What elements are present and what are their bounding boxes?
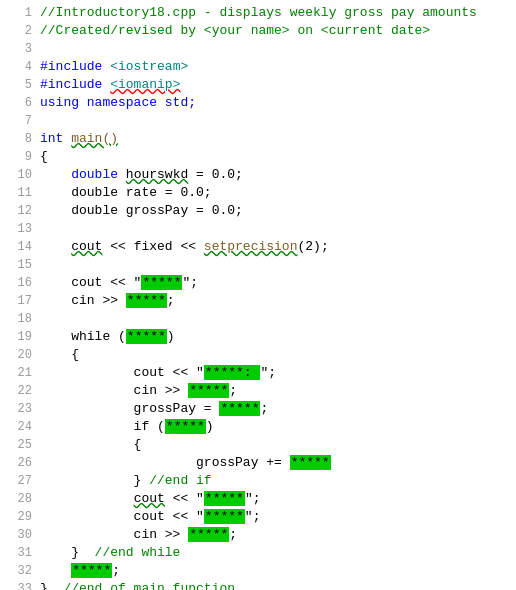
line-content: cin >> *****;: [40, 382, 512, 400]
line-content: grossPay += *****: [40, 454, 512, 472]
line-number: 7: [4, 112, 32, 130]
line-content: grossPay = *****;: [40, 400, 512, 418]
line-number: 8: [4, 130, 32, 148]
line-number: 3: [4, 40, 32, 58]
line-number: 32: [4, 562, 32, 580]
line-content: double rate = 0.0;: [40, 184, 512, 202]
line-number: 22: [4, 382, 32, 400]
line-content: while (*****): [40, 328, 512, 346]
line-content: [40, 112, 512, 130]
line-number: 14: [4, 238, 32, 256]
line-number: 17: [4, 292, 32, 310]
table-row: 9{: [0, 148, 516, 166]
line-number: 20: [4, 346, 32, 364]
line-number: 10: [4, 166, 32, 184]
line-number: 4: [4, 58, 32, 76]
line-content: #include <iostream>: [40, 58, 512, 76]
table-row: 29 cout << "*****";: [0, 508, 516, 526]
line-content: cout << fixed << setprecision(2);: [40, 238, 512, 256]
line-content: //Introductory18.cpp - displays weekly g…: [40, 4, 512, 22]
table-row: 2//Created/revised by <your name> on <cu…: [0, 22, 516, 40]
table-row: 12 double grossPay = 0.0;: [0, 202, 516, 220]
table-row: 15: [0, 256, 516, 274]
table-row: 24 if (*****): [0, 418, 516, 436]
line-number: 25: [4, 436, 32, 454]
table-row: 23 grossPay = *****;: [0, 400, 516, 418]
table-row: 11 double rate = 0.0;: [0, 184, 516, 202]
table-row: 8int main(): [0, 130, 516, 148]
line-number: 30: [4, 526, 32, 544]
line-content: cin >> *****;: [40, 526, 512, 544]
line-number: 13: [4, 220, 32, 238]
code-editor: 1//Introductory18.cpp - displays weekly …: [0, 0, 516, 590]
line-content: [40, 220, 512, 238]
table-row: 20 {: [0, 346, 516, 364]
table-row: 3: [0, 40, 516, 58]
line-content: cout << "*****";: [40, 274, 512, 292]
table-row: 32 *****;: [0, 562, 516, 580]
table-row: 21 cout << "*****: ";: [0, 364, 516, 382]
line-number: 21: [4, 364, 32, 382]
line-content: [40, 310, 512, 328]
table-row: 31 } //end while: [0, 544, 516, 562]
line-content: int main(): [40, 130, 512, 148]
table-row: 26 grossPay += *****: [0, 454, 516, 472]
line-content: {: [40, 436, 512, 454]
line-number: 29: [4, 508, 32, 526]
line-content: } //end while: [40, 544, 512, 562]
line-content: double grossPay = 0.0;: [40, 202, 512, 220]
line-number: 19: [4, 328, 32, 346]
line-number: 23: [4, 400, 32, 418]
table-row: 30 cin >> *****;: [0, 526, 516, 544]
line-number: 1: [4, 4, 32, 22]
line-number: 6: [4, 94, 32, 112]
line-number: 27: [4, 472, 32, 490]
line-content: cout << "*****";: [40, 490, 512, 508]
table-row: 28 cout << "*****";: [0, 490, 516, 508]
line-content: cout << "*****: ";: [40, 364, 512, 382]
line-content: {: [40, 346, 512, 364]
table-row: 33} //end of main function: [0, 580, 516, 590]
line-number: 18: [4, 310, 32, 328]
table-row: 19 while (*****): [0, 328, 516, 346]
table-row: 18: [0, 310, 516, 328]
line-content: {: [40, 148, 512, 166]
line-number: 31: [4, 544, 32, 562]
line-content: } //end of main function: [40, 580, 512, 590]
table-row: 7: [0, 112, 516, 130]
line-number: 24: [4, 418, 32, 436]
table-row: 6using namespace std;: [0, 94, 516, 112]
line-number: 33: [4, 580, 32, 590]
line-content: } //end if: [40, 472, 512, 490]
line-number: 28: [4, 490, 32, 508]
table-row: 16 cout << "*****";: [0, 274, 516, 292]
line-number: 2: [4, 22, 32, 40]
line-number: 5: [4, 76, 32, 94]
table-row: 27 } //end if: [0, 472, 516, 490]
table-row: 10 double hourswkd = 0.0;: [0, 166, 516, 184]
line-content: if (*****): [40, 418, 512, 436]
table-row: 5#include <iomanip>: [0, 76, 516, 94]
table-row: 22 cin >> *****;: [0, 382, 516, 400]
line-content: cin >> *****;: [40, 292, 512, 310]
line-content: [40, 40, 512, 58]
table-row: 4#include <iostream>: [0, 58, 516, 76]
line-number: 26: [4, 454, 32, 472]
line-number: 16: [4, 274, 32, 292]
line-number: 9: [4, 148, 32, 166]
line-content: #include <iomanip>: [40, 76, 512, 94]
table-row: 14 cout << fixed << setprecision(2);: [0, 238, 516, 256]
line-number: 12: [4, 202, 32, 220]
table-row: 13: [0, 220, 516, 238]
line-content: using namespace std;: [40, 94, 512, 112]
table-row: 17 cin >> *****;: [0, 292, 516, 310]
table-row: 1//Introductory18.cpp - displays weekly …: [0, 4, 516, 22]
line-content: double hourswkd = 0.0;: [40, 166, 512, 184]
line-content: cout << "*****";: [40, 508, 512, 526]
table-row: 25 {: [0, 436, 516, 454]
line-content: *****;: [40, 562, 512, 580]
line-content: [40, 256, 512, 274]
line-number: 15: [4, 256, 32, 274]
line-number: 11: [4, 184, 32, 202]
line-content: //Created/revised by <your name> on <cur…: [40, 22, 512, 40]
